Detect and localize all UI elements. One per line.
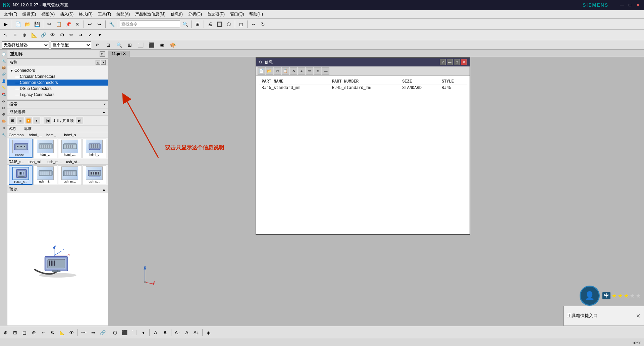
menu-preferences[interactable]: 首选项(P): [205, 11, 227, 18]
bt-label2-icon[interactable]: A↓: [192, 328, 201, 337]
view-orient-btn[interactable]: ⟳: [93, 41, 102, 49]
view-btn3[interactable]: 🔲: [215, 20, 224, 29]
snap-nav-icon[interactable]: ⊕: [1, 125, 7, 131]
sketch-btn[interactable]: ✏: [67, 31, 76, 39]
view-nav-icon[interactable]: 🗂: [1, 105, 7, 111]
info-close-btn[interactable]: ✕: [461, 59, 467, 65]
move-btn[interactable]: ↔: [249, 20, 258, 29]
member-item-ush2[interactable]: ush_mi...: [58, 165, 82, 185]
assembly-nav-icon[interactable]: 📦: [1, 64, 7, 70]
history-icon[interactable]: 🕐: [1, 51, 7, 57]
member-item-rj45[interactable]: RJ45_s...: [9, 165, 33, 185]
info-new-btn[interactable]: 📄: [258, 67, 265, 75]
menu-edit[interactable]: 编辑(E): [20, 11, 39, 18]
cut-btn[interactable]: ✂: [45, 20, 54, 29]
toolbox-close-btn[interactable]: ✕: [636, 313, 640, 319]
bt-cylinder-icon[interactable]: ⬜: [129, 328, 138, 337]
layer-btn[interactable]: ≡: [11, 31, 19, 39]
menu-window[interactable]: 窗口(Q): [227, 11, 247, 18]
info-maximize-btn[interactable]: □: [454, 59, 460, 65]
tree-item-circular[interactable]: — Circular Connectors: [7, 73, 108, 80]
menu-assembly[interactable]: 装配(A): [114, 11, 132, 18]
rotate-btn[interactable]: ↻: [259, 20, 267, 29]
undo-btn[interactable]: ↩: [86, 20, 94, 29]
info-minus-btn[interactable]: —: [322, 67, 329, 75]
copy-btn[interactable]: 📋: [54, 20, 63, 29]
snap-btn[interactable]: ⊕: [20, 31, 29, 39]
member-item-ushst[interactable]: ush_st...: [83, 165, 106, 185]
color-icon[interactable]: 🎨: [1, 118, 7, 124]
start-btn[interactable]: ▶: [1, 20, 10, 29]
bt-view-icon[interactable]: 👁: [67, 328, 76, 337]
new-btn[interactable]: 📄: [14, 20, 22, 29]
info-delete-btn[interactable]: ✕: [290, 67, 297, 75]
palette-btn[interactable]: 🎨: [168, 41, 177, 49]
star1-icon[interactable]: ★: [612, 293, 616, 299]
select-all-btn[interactable]: ⊞: [125, 41, 134, 49]
select-btn[interactable]: ↖: [1, 31, 10, 39]
measure-nav-icon[interactable]: 📏: [1, 85, 7, 91]
object-btn[interactable]: ⚙: [58, 31, 66, 39]
bt-snap-icon[interactable]: ⊕: [1, 328, 10, 337]
menu-tools[interactable]: 工具(T): [95, 11, 114, 18]
info-edit-btn[interactable]: ✏: [306, 67, 313, 75]
tree-item-connectors[interactable]: ▼ Connectors: [7, 67, 108, 73]
tree-resize-handle[interactable]: [7, 99, 108, 100]
grid-view-btn[interactable]: ⊞: [9, 117, 16, 124]
bt-parts-icon[interactable]: ◻: [20, 328, 29, 337]
region-btn[interactable]: ⬛: [147, 41, 156, 49]
info-add-btn[interactable]: +: [298, 67, 305, 75]
member-item-hdmis[interactable]: hdmi_s: [83, 139, 106, 158]
member-item-common[interactable]: Conne...: [9, 139, 33, 158]
bt-route-icon[interactable]: ⇒: [89, 328, 98, 337]
properties-btn[interactable]: 🔧: [107, 20, 116, 29]
roles-icon[interactable]: 👤: [1, 78, 7, 84]
visible-btn[interactable]: ◉: [158, 41, 166, 49]
search-execute-btn[interactable]: 🔍: [181, 20, 190, 29]
menu-file[interactable]: 文件(F): [1, 11, 20, 18]
member-header[interactable]: 成员选择 ▲: [7, 108, 108, 116]
open-btn[interactable]: 📂: [23, 20, 32, 29]
menu-info[interactable]: 信息(I): [168, 11, 185, 18]
bt-box-icon[interactable]: ⬛: [120, 328, 129, 337]
bt-text-icon[interactable]: A: [151, 328, 160, 337]
measure-btn[interactable]: 📐: [30, 31, 38, 39]
user-avatar[interactable]: 👤: [580, 286, 600, 306]
assembly-select[interactable]: 整个装配: [51, 41, 91, 49]
bt-dropdown-icon[interactable]: ▾: [139, 328, 148, 337]
info-minimize-btn[interactable]: —: [447, 59, 453, 65]
dropdown-btn[interactable]: ▾: [95, 31, 104, 39]
menu-help[interactable]: 帮助(H): [247, 11, 266, 18]
bt-add-icon[interactable]: ⊕: [30, 328, 38, 337]
maximize-btn[interactable]: □: [627, 2, 633, 8]
member-item-hdmi1[interactable]: hdmi_...: [33, 139, 57, 158]
menu-format[interactable]: 格式(R): [76, 11, 95, 18]
bt-label-icon[interactable]: A: [182, 328, 191, 337]
constraint-nav-icon[interactable]: 🔗: [1, 71, 7, 77]
parts-icon[interactable]: 🔩: [1, 58, 7, 64]
save-btn[interactable]: 💾: [33, 20, 41, 29]
info-list-btn[interactable]: ≡: [314, 67, 321, 75]
first-btn[interactable]: |◀: [44, 117, 51, 124]
star3-icon[interactable]: ★: [624, 293, 629, 299]
fit-btn[interactable]: ⊡: [104, 41, 113, 49]
tree-item-dsub[interactable]: — DSub Connectors: [7, 86, 108, 92]
lang-icon[interactable]: 中: [602, 292, 610, 299]
menu-insert[interactable]: 插入(S): [57, 11, 76, 18]
tree-scroll-btn[interactable]: ▼: [101, 60, 106, 65]
bt-wire-icon[interactable]: 〰: [79, 328, 88, 337]
tree-item-common[interactable]: — Common Connectors: [7, 80, 108, 86]
panel-maximize-btn[interactable]: □: [100, 51, 105, 57]
library-icon[interactable]: 📚: [1, 91, 7, 97]
tree-item-legacy[interactable]: — Legacy Connectors: [7, 92, 108, 98]
bt-text2-icon[interactable]: A: [161, 328, 169, 337]
constraint-btn[interactable]: 🔗: [39, 31, 48, 39]
menu-analysis[interactable]: 分析(G): [185, 11, 205, 18]
delete-btn[interactable]: ✕: [73, 20, 82, 29]
vp-tab-prt[interactable]: 11.prt ✕: [108, 51, 129, 57]
bt-grid-icon[interactable]: ⊞: [11, 328, 19, 337]
filter-select[interactable]: 无选择过滤器: [2, 41, 49, 49]
search-input[interactable]: [120, 20, 180, 28]
close-btn[interactable]: ✕: [635, 2, 641, 8]
tree-collapse-btn[interactable]: ▲: [96, 60, 100, 65]
